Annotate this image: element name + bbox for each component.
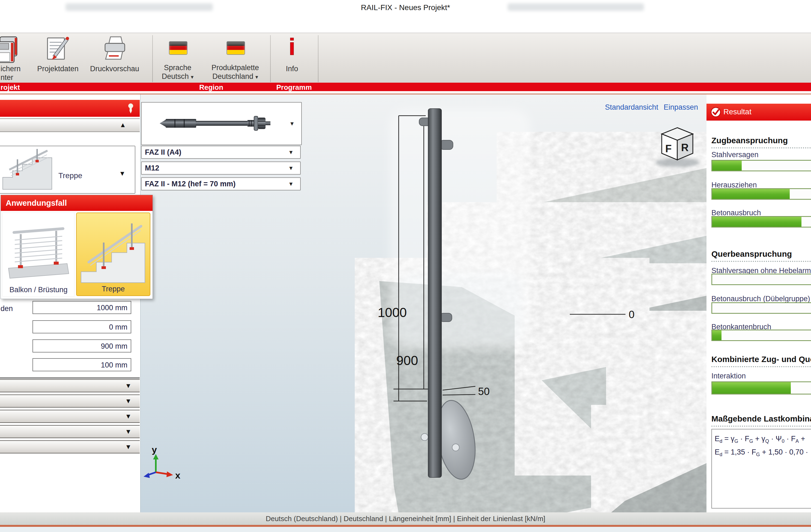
window-bottom-border (0, 525, 811, 527)
status-bar: Deutsch (Deutschland) | Deutschland | Lä… (0, 512, 811, 525)
standardansicht-link[interactable]: Standardansicht (605, 103, 658, 112)
collapsed-section-1[interactable]: ▼ (0, 379, 140, 392)
projektdaten-label: Projektdaten (36, 65, 80, 73)
chevron-down-icon: ▼ (288, 178, 294, 190)
railing-post (428, 109, 442, 478)
result-item-label: Stahlversagen (711, 151, 759, 159)
svg-text:i: i (289, 35, 295, 60)
option-treppe-label: Treppe (77, 285, 150, 293)
info-label: Info (276, 65, 308, 73)
info-button[interactable]: i Info (276, 35, 308, 82)
section-querbeanspruchung: Querbeanspruchung (711, 249, 811, 262)
glass-panel-lower (395, 273, 523, 344)
utilization-bar-betonkantenbruch (711, 330, 811, 341)
utilization-bar-herausziehen (711, 188, 811, 200)
save-icon (0, 36, 19, 64)
dimension-1000: 1000 (378, 305, 407, 320)
sprache-label: Sprache (157, 64, 198, 72)
anchor-screw (421, 434, 428, 441)
collapsed-section-4[interactable]: ▼ (0, 425, 140, 438)
section-lastkombination: Maßgebende Lastkombina (711, 414, 811, 427)
application-type-combobox[interactable]: Treppe ▼ (0, 146, 135, 194)
german-flag-icon (169, 41, 187, 55)
ribbon-toolbar: ichern nter Projektdaten (0, 33, 811, 83)
chevron-down-icon: ▼ (288, 146, 294, 158)
pin-icon[interactable] (127, 103, 135, 114)
group-label-programm: Programm (270, 83, 318, 92)
collapsed-section-5[interactable]: ▼ (0, 440, 140, 453)
dimension-50: 50 (478, 386, 490, 397)
utilization-bar-betonausbruch-duebelgruppe (711, 302, 811, 314)
result-item-label: Betonausbruch (Dübelgruppe) (711, 295, 810, 303)
load-combination-formula-1: Ed = γG · FG + γQ · Ψ0 · FA + (715, 433, 811, 447)
ribbon-separator (152, 35, 153, 82)
anchor-family-value: FAZ II (A4) (145, 148, 182, 156)
input-hoehe-handlauf[interactable]: 900 mm (32, 339, 131, 353)
load-combination-box: Ed = γG · FG + γQ · Ψ0 · FA + Ed = 1,35 … (711, 429, 811, 508)
result-title: Resultat (723, 108, 751, 116)
info-icon: i (284, 35, 300, 60)
check-circle-icon (710, 107, 721, 118)
group-label-projekt: rojekt (1, 83, 20, 92)
einpassen-link[interactable]: Einpassen (664, 103, 698, 112)
input-abstand-2[interactable]: 100 mm (32, 358, 131, 371)
anchor-bolt-image (158, 110, 284, 137)
anchor-diameter-dropdown[interactable]: M12 ▼ (141, 161, 301, 175)
view-cube-front-label: F (665, 143, 672, 154)
utilization-bar-interaktion (711, 381, 811, 394)
chevron-up-icon: ▲ (120, 121, 126, 129)
produktpalette-value: Deutschland (212, 72, 253, 80)
project-data-icon (46, 35, 70, 61)
save-as-label-line2: nter (1, 73, 13, 82)
view-cube[interactable]: F R (656, 128, 699, 167)
produktpalette-label: Produktpalette (208, 64, 262, 72)
collapse-section-bar[interactable]: ▲ (0, 119, 140, 132)
status-bar-text: Deutsch (Deutschland) | Deutschland | Lä… (0, 512, 811, 525)
input-hoehe[interactable]: 1000 mm (32, 301, 131, 314)
anchor-type-value: FAZ II - M12 (hef = 70 mm) (145, 180, 235, 188)
anchor-image-dropdown[interactable]: ▼ (141, 102, 302, 145)
application-window: RAIL-FIX - Neues Projekt* ichern nter (0, 0, 811, 532)
balcony-railing-image (4, 215, 73, 283)
group-label-region: Region (152, 83, 270, 92)
german-flag-icon (227, 41, 245, 55)
anwendungsfall-title: Anwendungsfall (1, 195, 153, 211)
sidebar-panel-header (0, 100, 140, 117)
projektdaten-button[interactable]: Projektdaten (36, 35, 80, 82)
collapsed-section-2[interactable]: ▼ (0, 394, 140, 408)
save-as-button[interactable] (0, 36, 19, 64)
section-kombinierte: Kombinierte Zug- und Que (711, 355, 811, 367)
rail-holder-peg (440, 140, 453, 150)
collapsed-section-3[interactable]: ▼ (0, 410, 140, 423)
chevron-down-icon: ▼ (288, 162, 294, 174)
result-panel: Resultat Zugbeanspruchung Stahlversagen … (706, 94, 811, 512)
axis-x-label: x (175, 470, 180, 481)
application-type-value: Treppe (58, 171, 82, 180)
produktpalette-dropdown[interactable]: Produktpalette Deutschland ▾ (208, 35, 262, 82)
anchor-family-dropdown[interactable]: FAZ II (A4) ▼ (141, 146, 301, 159)
chevron-down-icon: ▼ (289, 121, 295, 127)
anchor-type-dropdown[interactable]: FAZ II - M12 (hef = 70 mm) ▼ (141, 177, 301, 190)
view-cube-right-label: R (681, 142, 688, 153)
option-treppe-selected[interactable]: Treppe (76, 213, 150, 296)
utilization-bar-stahlversagen (711, 160, 811, 171)
chevron-down-icon: ▾ (256, 74, 258, 80)
result-item-label: Interaktion (711, 372, 746, 380)
stair-railing-preview-image (1, 148, 54, 191)
stairs-railing-image (78, 216, 149, 284)
ribbon-group-bar: rojekt Region Programm (0, 83, 811, 91)
sprache-dropdown[interactable]: Sprache Deutsch ▾ (157, 35, 198, 82)
input-abstand-1[interactable]: 0 mm (32, 320, 131, 333)
option-balkon-bruestung[interactable]: Balkon / Brüstung (2, 213, 75, 297)
chevron-down-icon: ▼ (125, 428, 132, 435)
dimension-0: 0 (629, 309, 634, 320)
axis-y-label: y (152, 444, 157, 455)
anchor-diameter-value: M12 (145, 164, 159, 172)
utilization-bar-betonausbruch (711, 216, 811, 228)
title-bar[interactable]: RAIL-FIX - Neues Projekt* (0, 0, 811, 33)
chevron-down-icon: ▼ (125, 412, 132, 420)
field-label-fragment: den (1, 304, 13, 313)
anwendungsfall-popup: Anwendungsfall Balkon / Brüstung (1, 195, 153, 299)
druckvorschau-button[interactable]: Druckvorschau (89, 35, 140, 82)
section-zugbeanspruchung: Zugbeanspruchung (711, 136, 811, 148)
